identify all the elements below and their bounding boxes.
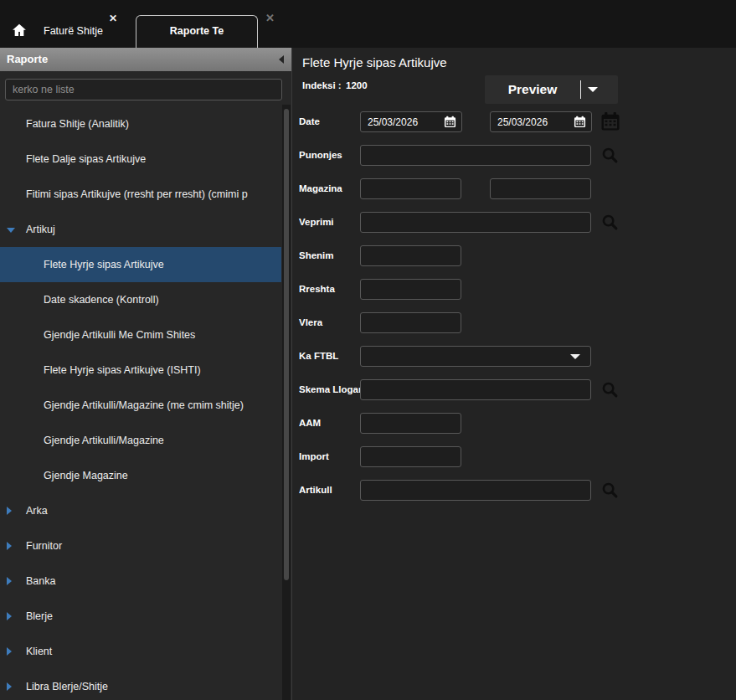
- aam-input[interactable]: [360, 413, 461, 434]
- search-icon[interactable]: [600, 481, 619, 502]
- form-row-shenim: Shenim: [292, 245, 736, 266]
- form-row-date: Date: [292, 111, 736, 132]
- shenim-input[interactable]: [360, 245, 461, 266]
- chevron-right-icon[interactable]: [7, 542, 12, 550]
- calendar-icon[interactable]: [600, 111, 620, 135]
- skema-llogari-input[interactable]: [360, 379, 591, 400]
- app-window: Faturë Shitje ✕ Raporte Te Pergjithshme …: [0, 0, 736, 700]
- preview-split-button[interactable]: Preview: [485, 75, 618, 104]
- tree-item[interactable]: Date skadence (Kontroll): [0, 282, 281, 317]
- artikull-input[interactable]: [360, 480, 591, 501]
- chevron-down-icon: [570, 354, 580, 359]
- chevron-down-icon[interactable]: [588, 87, 598, 92]
- tree-group-artikuj[interactable]: Artikuj: [0, 212, 281, 247]
- report-form-panel: Flete Hyrje sipas Artikujve Indeksi : 12…: [291, 48, 736, 700]
- report-tree: Fatura Shitje (Analitik) Flete Dalje sip…: [0, 106, 281, 700]
- tree-item[interactable]: Gjendje Magazine: [0, 458, 281, 493]
- form-row-rreshta: Rreshta: [292, 279, 736, 300]
- chevron-right-icon[interactable]: [7, 647, 12, 656]
- close-icon[interactable]: ✕: [109, 13, 117, 24]
- ka-ftbl-select[interactable]: [360, 346, 591, 367]
- tree-item-label: Blerje: [26, 610, 53, 622]
- tree-item[interactable]: Gjendje Artikulli/Magazine: [0, 423, 281, 458]
- field-label: Magazina: [299, 178, 342, 199]
- form-row-artikull: Artikull: [292, 480, 736, 501]
- form-row-punonjes: Punonjes: [292, 145, 736, 166]
- import-input[interactable]: [360, 446, 461, 467]
- divider: [580, 80, 581, 99]
- form-row-import: Import: [292, 446, 736, 467]
- tree-group-klient[interactable]: Klient: [0, 634, 281, 669]
- form-row-skema-llogari: Skema Llogari: [292, 379, 736, 400]
- tree-item-label: Banka: [26, 575, 55, 587]
- tree-item-label: Flete Hyrje sipas Artikujve: [44, 259, 164, 270]
- chevron-right-icon[interactable]: [7, 682, 12, 691]
- tree-item-label: Date skadence (Kontroll): [44, 294, 159, 306]
- field-label: AAM: [299, 413, 321, 434]
- reports-sidebar: Raporte Fatura Shitje (Analitik) Flete D…: [0, 48, 291, 700]
- tree-item-label: Gjendje Artikulli/Magazine (me cmim shit…: [44, 399, 244, 411]
- sidebar-header: Raporte: [0, 48, 291, 71]
- tree-item[interactable]: Gjendje Artikulli Me Cmim Shites: [0, 317, 281, 353]
- tree-item-label: Flete Dalje sipas Artikujve: [26, 153, 146, 165]
- form-row-aam: AAM: [292, 413, 736, 434]
- field-label: Punonjes: [299, 145, 342, 166]
- form-row-veprimi: Veprimi: [292, 212, 736, 233]
- tree-item-label: Gjendje Magazine: [44, 470, 128, 481]
- field-label: Rreshta: [299, 279, 335, 300]
- tree-item-label: Fatura Shitje (Analitik): [26, 118, 129, 130]
- preview-button[interactable]: Preview: [485, 75, 580, 104]
- close-icon[interactable]: ✕: [265, 12, 275, 24]
- chevron-right-icon[interactable]: [7, 507, 12, 515]
- date-from-picker: [360, 111, 462, 132]
- tree-item[interactable]: Flete Dalje sipas Artikujve: [0, 142, 281, 177]
- tree-item-label: Gjendje Artikulli/Magazine: [44, 435, 164, 446]
- tree-group-arka[interactable]: Arka: [0, 493, 281, 528]
- field-label: Skema Llogari: [299, 379, 365, 400]
- field-label: Date: [299, 111, 320, 132]
- search-icon[interactable]: [600, 213, 619, 234]
- tree-item-label: Libra Blerje/Shitje: [26, 681, 108, 692]
- tree-group-banka[interactable]: Banka: [0, 564, 281, 599]
- tree-item[interactable]: Flete Hyrje sipas Artikujve (ISHTI): [0, 353, 281, 388]
- rreshta-input[interactable]: [360, 279, 461, 300]
- tab-fature-shitje[interactable]: Faturë Shitje: [44, 25, 103, 37]
- page-title: Flete Hyrje sipas Artikujve: [302, 55, 447, 69]
- chevron-right-icon[interactable]: [7, 612, 12, 620]
- punonjes-input[interactable]: [360, 145, 591, 166]
- collapse-left-icon[interactable]: [279, 55, 284, 64]
- magazina-to-input[interactable]: [490, 178, 591, 199]
- magazina-from-input[interactable]: [360, 178, 461, 199]
- home-icon[interactable]: [11, 22, 28, 39]
- tab-bar: Faturë Shitje ✕ Raporte Te Pergjithshme …: [0, 0, 736, 48]
- tree-item[interactable]: Fatura Shitje (Analitik): [0, 106, 281, 142]
- tree-item-label: Arka: [26, 505, 48, 517]
- search-input[interactable]: [5, 79, 282, 100]
- tree-group-libra[interactable]: Libra Blerje/Shitje: [0, 669, 281, 700]
- search-icon[interactable]: [600, 146, 619, 167]
- tree-group-blerje[interactable]: Blerje: [0, 599, 281, 634]
- sidebar-title: Raporte: [7, 53, 48, 65]
- form-row-ka-ftbl: Ka FTBL: [292, 346, 736, 367]
- vlera-input[interactable]: [360, 312, 461, 333]
- tab-raporte-te-pergjithshme[interactable]: Raporte Te Pergjithshme: [136, 15, 258, 48]
- date-to-input[interactable]: [490, 111, 592, 132]
- chevron-right-icon[interactable]: [7, 577, 12, 585]
- field-label: Vlera: [299, 312, 322, 333]
- date-to-picker: [490, 111, 592, 132]
- tree-item-selected[interactable]: Flete Hyrje sipas Artikujve: [0, 247, 281, 282]
- search-icon[interactable]: [600, 380, 619, 402]
- tree-group-furnitor[interactable]: Furnitor: [0, 528, 281, 564]
- tree-item-label: Flete Hyrje sipas Artikujve (ISHTI): [44, 364, 201, 376]
- form-row-magazina: Magazina: [292, 178, 736, 199]
- tree-item-label: Klient: [26, 646, 52, 657]
- tree-item[interactable]: Fitimi sipas Artikujve (rresht per rresh…: [0, 177, 281, 212]
- chevron-down-icon[interactable]: [7, 228, 15, 233]
- tree-item-label: Furnitor: [26, 540, 62, 552]
- date-from-input[interactable]: [360, 111, 462, 132]
- field-label: Import: [299, 446, 329, 467]
- field-label: Ka FTBL: [299, 346, 338, 367]
- sidebar-scrollbar-thumb[interactable]: [284, 109, 289, 580]
- veprimi-input[interactable]: [360, 212, 591, 233]
- tree-item[interactable]: Gjendje Artikulli/Magazine (me cmim shit…: [0, 388, 281, 423]
